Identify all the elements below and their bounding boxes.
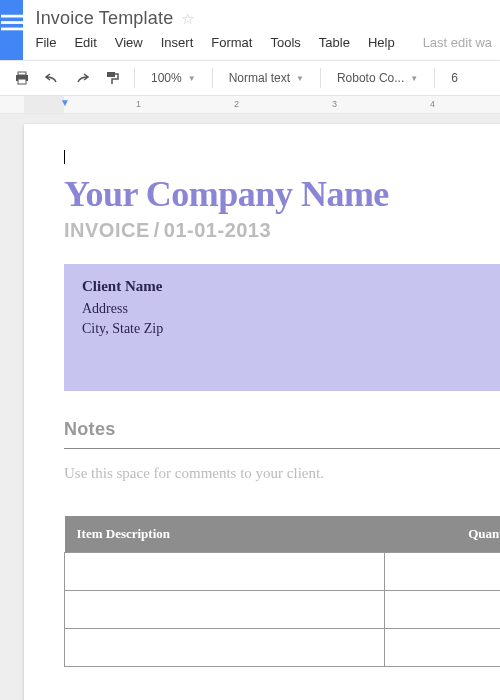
- page[interactable]: Your Company Name INVOICE/01-01-2013 Cli…: [24, 124, 500, 700]
- svg-rect-2: [1, 28, 23, 31]
- document-title[interactable]: Invoice Template: [35, 8, 173, 29]
- indent-marker-icon[interactable]: ▼: [60, 97, 70, 108]
- chevron-down-icon: ▼: [188, 74, 196, 83]
- toolbar-separator: [320, 68, 321, 88]
- print-icon[interactable]: [8, 65, 36, 91]
- document-canvas[interactable]: Your Company Name INVOICE/01-01-2013 Cli…: [0, 114, 500, 700]
- menu-edit[interactable]: Edit: [74, 35, 96, 50]
- zoom-dropdown[interactable]: 100%▼: [143, 65, 204, 91]
- docs-logo[interactable]: [0, 0, 23, 60]
- ruler-tick: 3: [332, 99, 337, 109]
- table-row[interactable]: [65, 553, 501, 591]
- toolbar-separator: [134, 68, 135, 88]
- style-value: Normal text: [229, 71, 290, 85]
- toolbar: 100%▼ Normal text▼ Roboto Co...▼ 6: [0, 60, 500, 96]
- menu-tools[interactable]: Tools: [270, 35, 300, 50]
- font-value: Roboto Co...: [337, 71, 404, 85]
- table-row[interactable]: [65, 591, 501, 629]
- svg-rect-5: [18, 79, 26, 84]
- star-icon[interactable]: ☆: [181, 10, 194, 28]
- notes-divider: [64, 448, 500, 449]
- invoice-date: 01-01-2013: [164, 219, 271, 241]
- column-header-quantity: Quantit: [385, 516, 501, 553]
- company-name-heading[interactable]: Your Company Name: [64, 173, 500, 215]
- font-dropdown[interactable]: Roboto Co...▼: [329, 65, 426, 91]
- menu-help[interactable]: Help: [368, 35, 395, 50]
- notes-placeholder-text[interactable]: Use this space for comments to your clie…: [64, 465, 500, 482]
- slash-separator: /: [154, 219, 160, 241]
- table-row[interactable]: [65, 629, 501, 667]
- menu-bar: File Edit View Insert Format Tools Table…: [35, 35, 492, 50]
- chevron-down-icon: ▼: [410, 74, 418, 83]
- items-table[interactable]: Item Description Quantit: [64, 516, 500, 667]
- paragraph-style-dropdown[interactable]: Normal text▼: [221, 65, 312, 91]
- client-address: Address: [82, 301, 500, 317]
- menu-file[interactable]: File: [35, 35, 56, 50]
- undo-icon[interactable]: [38, 65, 66, 91]
- client-city: City, State Zip: [82, 321, 500, 337]
- svg-rect-3: [18, 72, 26, 75]
- chevron-down-icon: ▼: [296, 74, 304, 83]
- client-name: Client Name: [82, 278, 500, 295]
- last-edit-text: Last edit wa: [423, 35, 492, 50]
- text-cursor: [64, 150, 65, 164]
- menu-view[interactable]: View: [115, 35, 143, 50]
- font-size-value: 6: [451, 71, 458, 85]
- svg-rect-0: [1, 15, 23, 18]
- invoice-subheading[interactable]: INVOICE/01-01-2013: [64, 219, 500, 242]
- ruler-tick: 1: [136, 99, 141, 109]
- horizontal-ruler[interactable]: ▼ 1 2 3 4: [0, 96, 500, 114]
- paint-format-icon[interactable]: [98, 65, 126, 91]
- toolbar-separator: [212, 68, 213, 88]
- redo-icon[interactable]: [68, 65, 96, 91]
- menu-insert[interactable]: Insert: [161, 35, 194, 50]
- client-info-box[interactable]: Client Name Address City, State Zip: [64, 264, 500, 391]
- ruler-tick: 2: [234, 99, 239, 109]
- toolbar-separator: [434, 68, 435, 88]
- menu-format[interactable]: Format: [211, 35, 252, 50]
- column-header-description: Item Description: [65, 516, 385, 553]
- menu-table[interactable]: Table: [319, 35, 350, 50]
- invoice-label: INVOICE: [64, 219, 150, 241]
- svg-rect-1: [1, 21, 23, 24]
- app-header: Invoice Template ☆ File Edit View Insert…: [0, 0, 500, 60]
- ruler-tick: 4: [430, 99, 435, 109]
- zoom-value: 100%: [151, 71, 182, 85]
- svg-rect-6: [107, 72, 115, 77]
- notes-heading[interactable]: Notes: [64, 419, 500, 440]
- font-size-dropdown[interactable]: 6: [443, 65, 466, 91]
